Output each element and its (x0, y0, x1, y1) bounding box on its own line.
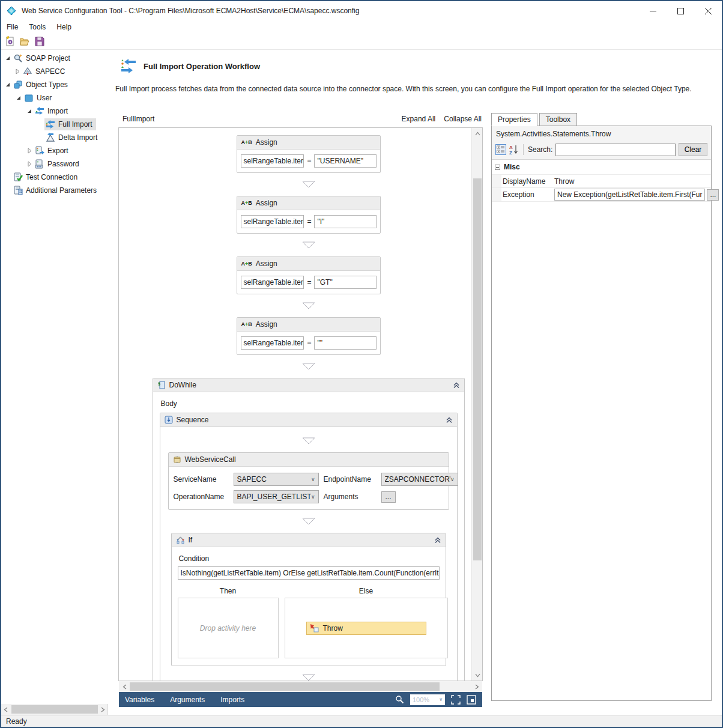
collapse-category-icon[interactable] (495, 165, 500, 170)
collapse-chevron-icon[interactable] (446, 416, 453, 423)
expander-collapsed-icon[interactable] (13, 67, 22, 76)
sidebar-item-sapecc[interactable]: SAPECC (1, 65, 115, 78)
scroll-left-icon[interactable] (1, 704, 10, 715)
assign-value-field[interactable]: "" (314, 336, 376, 350)
operation-name-label: OperationName (174, 493, 229, 501)
collapse-all-link[interactable]: Collapse All (444, 115, 482, 123)
assign-value-field[interactable]: "I" (314, 215, 376, 228)
displayname-value[interactable]: Throw (554, 177, 574, 186)
zoom-level-select[interactable]: 100% ∨ (410, 694, 445, 705)
assign-to-field[interactable]: selRangeTable.item (241, 276, 304, 289)
toolbar (4, 34, 46, 49)
then-dropzone[interactable]: Drop activity here (178, 598, 279, 658)
maximize-button[interactable] (667, 1, 694, 20)
save-button[interactable] (34, 35, 46, 47)
sidebar-item-test-connection[interactable]: Test Connection (1, 171, 115, 184)
menu-help[interactable]: Help (51, 20, 77, 34)
operation-name-select[interactable]: BAPI_USER_GETLIST ∨ (234, 490, 319, 503)
webservicecall-activity[interactable]: WebServiceCall ServiceName SAPECC ∨ Endp… (168, 452, 449, 510)
assign-icon: A+B (241, 261, 252, 267)
new-file-button[interactable] (4, 35, 16, 47)
assign-icon: A+B (241, 321, 252, 327)
sidebar-item-export[interactable]: Export (1, 144, 115, 157)
throw-label: Throw (323, 624, 343, 632)
scroll-up-icon[interactable] (473, 128, 482, 139)
designer-hscrollbar[interactable] (119, 681, 482, 692)
alphabetical-sort-icon[interactable]: AZ (509, 144, 519, 155)
tab-toolbox[interactable]: Toolbox (539, 113, 577, 126)
collapse-chevron-icon[interactable] (453, 381, 460, 389)
exception-ellipsis-button[interactable]: ... (707, 189, 719, 201)
workflow-canvas[interactable]: A+B Assign selRangeTable.item = "USERNAM… (119, 128, 471, 681)
scrollbar-thumb[interactable] (11, 705, 98, 714)
imports-tab[interactable]: Imports (220, 696, 244, 704)
condition-field[interactable]: IsNothing(getListRetTable.item) OrElse g… (178, 566, 440, 580)
scroll-down-icon[interactable] (473, 670, 482, 681)
arguments-tab[interactable]: Arguments (170, 696, 205, 704)
scroll-right-icon[interactable] (98, 704, 107, 715)
sidebar-item-object-types[interactable]: Object Types (1, 78, 115, 91)
sidebar-hscrollbar[interactable] (1, 704, 108, 715)
properties-search-input[interactable] (555, 144, 676, 156)
sidebar-item-user[interactable]: User (1, 91, 115, 105)
endpoint-name-select[interactable]: ZSAPCONNECTORWS ∨ (381, 473, 458, 486)
expander-expanded-icon[interactable] (4, 54, 12, 62)
export-icon (35, 146, 44, 156)
tab-properties[interactable]: Properties (491, 113, 537, 126)
scrollbar-thumb[interactable] (130, 682, 440, 691)
dowhile-activity[interactable]: DoWhile Body Sequence (153, 378, 465, 681)
minimize-button[interactable] (639, 1, 667, 20)
exception-value-field[interactable]: New Exception(getListRetTable.item.First… (554, 189, 705, 201)
property-name: DisplayName (501, 177, 553, 186)
scroll-left-icon[interactable] (120, 681, 129, 692)
assign-activity-3[interactable]: A+B Assign selRangeTable.item = "GT" (237, 256, 381, 294)
close-button[interactable] (694, 1, 722, 20)
sequence-activity[interactable]: Sequence WebServiceCall (160, 413, 458, 681)
equals-sign: = (307, 278, 311, 287)
assign-value-field[interactable]: "GT" (314, 276, 376, 289)
designer-vscrollbar[interactable] (471, 128, 482, 681)
menu-file[interactable]: File (1, 20, 23, 34)
assign-to-field[interactable]: selRangeTable.item (241, 336, 304, 350)
expand-all-link[interactable]: Expand All (402, 115, 436, 123)
properties-panel: System.Activities.Statements.Throw AZ Se… (491, 126, 712, 701)
sidebar-item-additional-parameters[interactable]: Additional Parameters (1, 184, 115, 197)
overview-icon[interactable] (467, 695, 476, 705)
expander-expanded-icon[interactable] (4, 80, 12, 89)
categorized-view-icon[interactable] (495, 144, 506, 155)
expander-expanded-icon[interactable] (14, 94, 23, 102)
throw-activity[interactable]: Throw (306, 622, 426, 635)
sidebar-item-import[interactable]: Import (1, 105, 115, 118)
clear-button[interactable]: Clear (679, 143, 707, 156)
expander-expanded-icon[interactable] (25, 107, 34, 115)
assign-to-field[interactable]: selRangeTable.item (241, 154, 304, 168)
assign-value-field[interactable]: "USERNAME" (314, 154, 376, 168)
search-icon[interactable] (395, 695, 404, 704)
else-dropzone[interactable]: Throw (285, 598, 448, 658)
assign-activity-4[interactable]: A+B Assign selRangeTable.item = "" (237, 317, 381, 355)
variables-tab[interactable]: Variables (125, 696, 154, 704)
sidebar-item-soap-project[interactable]: SOAP Project (1, 52, 115, 65)
assign-activity-2[interactable]: A+B Assign selRangeTable.item = "I" (237, 196, 381, 234)
fit-to-screen-icon[interactable] (451, 695, 461, 705)
scroll-right-icon[interactable] (473, 681, 481, 692)
scrollbar-thumb[interactable] (473, 178, 482, 560)
assign-activity-1[interactable]: A+B Assign selRangeTable.item = "USERNAM… (237, 135, 381, 173)
arguments-button[interactable]: ... (381, 491, 396, 503)
if-activity[interactable]: If Condition IsNothing(getListRetTable.i… (171, 533, 446, 666)
open-file-button[interactable] (19, 35, 31, 47)
breadcrumb[interactable]: FullImport (123, 115, 154, 123)
sidebar-item-delta-import[interactable]: Delta Import (1, 131, 115, 144)
window-title: Web Service Configuration Tool - C:\Prog… (22, 7, 359, 15)
sidebar-item-password[interactable]: Password (1, 157, 115, 171)
property-name: Exception (501, 190, 553, 199)
sidebar-item-full-import[interactable]: Full Import (1, 118, 115, 131)
menu-tools[interactable]: Tools (23, 20, 51, 34)
tree-label: Export (47, 147, 68, 155)
category-misc[interactable]: Misc (492, 160, 711, 174)
collapse-chevron-icon[interactable] (434, 536, 441, 544)
expander-collapsed-icon[interactable] (25, 160, 34, 168)
expander-collapsed-icon[interactable] (25, 147, 34, 155)
service-name-select[interactable]: SAPECC ∨ (234, 473, 319, 486)
assign-to-field[interactable]: selRangeTable.item (241, 215, 304, 228)
